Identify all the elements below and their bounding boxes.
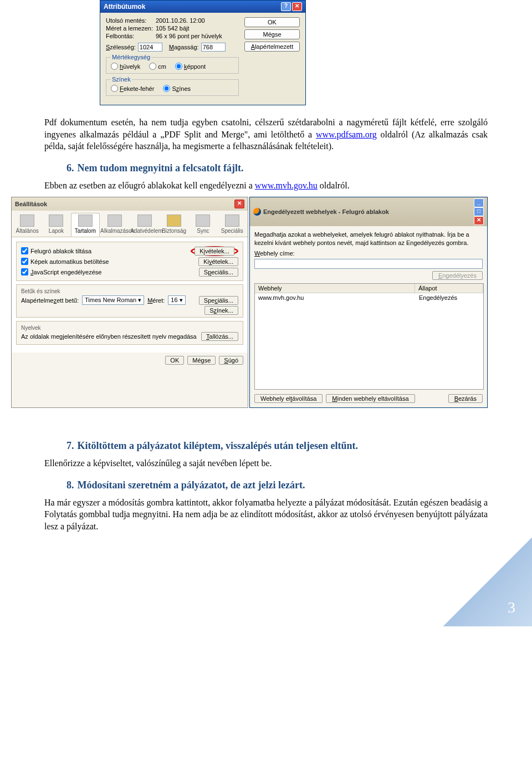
radio-inch[interactable]: hüvelyk <box>111 63 140 70</box>
unit-legend: Mértékegység <box>111 54 151 60</box>
help-icon[interactable]: ? <box>281 2 291 11</box>
size-value: 105 542 bájt <box>156 25 239 32</box>
chk-javascript[interactable]: JavaScript engedélyezése <box>21 268 101 275</box>
address-input[interactable] <box>254 259 483 269</box>
remove-site-button[interactable]: Webhely eltávolítása <box>254 394 323 403</box>
radio-cm[interactable]: cm <box>149 63 166 70</box>
attributes-titlebar: Attribútumok ? ✕ <box>100 1 305 13</box>
unit-group: Mértékegység hüvelyk cm képpont <box>106 54 239 74</box>
sites-table: Webhely Állapot www.mvh.gov.hu Engedélye… <box>254 283 484 390</box>
highlight-oval: Kivételek... <box>191 246 238 256</box>
color-legend: Színek <box>111 76 132 83</box>
paragraph-h8: Ha már egyszer a módosítás gombra kattin… <box>44 497 488 533</box>
last-save-label: Utolsó mentés: <box>106 17 156 24</box>
tab-privacy[interactable]: Adatvédelem <box>130 213 160 237</box>
radio-bw[interactable]: Fekete-fehér <box>111 85 154 92</box>
tab-apps[interactable]: Alkalmazások <box>100 213 130 237</box>
chk-images[interactable]: Képek automatikus betöltése <box>21 258 109 265</box>
heading-8: 8.Módosítani szeretném a pályázatot, de … <box>66 479 488 491</box>
chk-popup-block[interactable]: Felugró ablakok tiltása <box>21 247 91 254</box>
color-group: Színek Fekete-fehér Színes <box>106 76 239 96</box>
settings-titlebar: Beállítások ✕ <box>12 197 248 211</box>
font-size-select[interactable]: 16 ▾ <box>168 295 185 305</box>
row-site: www.mvh.gov.hu <box>255 293 416 302</box>
settings-close-icon[interactable]: ✕ <box>234 200 244 208</box>
maximize-icon[interactable]: □ <box>474 207 484 216</box>
attributes-title: Attribútumok <box>104 3 145 11</box>
address-label: Webhely címe: <box>254 250 483 257</box>
settings-toolbar: Általános Lapok Tartalom Alkalmazások Ad… <box>12 211 248 237</box>
radio-pixel[interactable]: képpont <box>175 63 206 70</box>
pdfsam-link[interactable]: www.pdfsam.org <box>316 130 377 139</box>
firefox-icon <box>253 208 261 216</box>
page-corner-decoration <box>443 538 532 626</box>
height-label: Magasság: <box>169 44 199 50</box>
colors-button[interactable]: Színek... <box>204 306 238 315</box>
height-input[interactable] <box>201 43 226 52</box>
special-button-1[interactable]: Speciális... <box>199 268 238 277</box>
settings-cancel-button[interactable]: Mégse <box>187 356 216 365</box>
allow-button[interactable]: Engedélyezés <box>432 271 483 280</box>
allowed-sites-title: Engedélyezett webhelyek - Felugró ablako… <box>263 208 389 215</box>
browse-button[interactable]: Tallózás... <box>201 332 238 341</box>
th-status[interactable]: Állapot <box>415 284 483 293</box>
tab-security[interactable]: Biztonság <box>160 213 188 237</box>
heading-7: 7.Kitöltöttem a pályázatot kiléptem, vis… <box>66 440 488 452</box>
lang-desc: Az oldalak megjelenítésére előnyben rész… <box>21 333 197 340</box>
tab-general[interactable]: Általános <box>13 213 42 237</box>
allowed-sites-dialog: Engedélyezett webhelyek - Felugró ablako… <box>249 197 488 408</box>
last-save-value: 2001.10.26. 12:00 <box>156 17 239 24</box>
table-row[interactable]: www.mvh.gov.hu Engedélyezés <box>255 293 483 302</box>
paragraph-pdf: Pdf dokumentum esetén, ha nem tudja egyb… <box>44 116 488 152</box>
width-label: Szélesség: <box>106 44 136 50</box>
fonts-section-title: Betűk és színek <box>21 288 238 294</box>
exceptions-button-1[interactable]: Kivételek... <box>195 247 234 256</box>
resolution-label: Felbontás: <box>106 33 156 39</box>
popup-description: Megadhatja azokat a webhelyeket, amelyek… <box>254 231 483 247</box>
tab-content[interactable]: Tartalom <box>71 213 100 237</box>
font-select[interactable]: Times New Roman ▾ <box>82 295 144 305</box>
heading-6: 6.Nem tudom megnyitni a felcsatolt fájlt… <box>66 162 488 174</box>
settings-ok-button[interactable]: OK <box>165 356 184 365</box>
page-number: 3 <box>508 599 515 616</box>
settings-dialog: Beállítások ✕ Általános Lapok Tartalom A… <box>11 197 248 408</box>
close-button[interactable]: Bezárás <box>448 394 483 403</box>
tab-tabs[interactable]: Lapok <box>42 213 70 237</box>
popup-close-icon[interactable]: ✕ <box>474 216 484 225</box>
ok-button[interactable]: OK <box>244 17 300 27</box>
remove-all-button[interactable]: Minden webhely eltávolítása <box>326 394 415 403</box>
attributes-dialog: Attribútumok ? ✕ Utolsó mentés: 2001.10.… <box>100 0 306 105</box>
exceptions-button-2[interactable]: Kivételek... <box>198 257 238 266</box>
minimize-icon[interactable]: _ <box>474 198 484 207</box>
special-button-2[interactable]: Speciális... <box>199 296 238 305</box>
allowed-sites-titlebar: Engedélyezett webhelyek - Felugró ablako… <box>250 197 487 226</box>
tab-special[interactable]: Speciális <box>218 213 247 237</box>
paragraph-h7: Ellenőrizze a képviseltet, valószínűleg … <box>44 457 488 469</box>
mvh-link[interactable]: www.mvh.gov.hu <box>255 181 318 190</box>
th-site[interactable]: Webhely <box>255 284 415 293</box>
default-button[interactable]: Alapértelmezett <box>244 42 300 52</box>
close-icon[interactable]: ✕ <box>292 2 302 11</box>
font-label: Alapértelmezett betű: <box>21 297 79 304</box>
font-size-label: Méret: <box>147 297 165 304</box>
paragraph-h6: Ebben az esetben az előugró ablakokat ke… <box>44 180 488 192</box>
size-label: Méret a lemezen: <box>106 25 156 32</box>
row-status: Engedélyezés <box>416 293 483 302</box>
width-input[interactable] <box>138 43 162 52</box>
settings-help-button[interactable]: Súgó <box>219 356 243 365</box>
radio-color[interactable]: Színes <box>163 85 191 92</box>
lang-section-title: Nyelvek <box>21 325 238 331</box>
resolution-value: 96 x 96 pont per hüvelyk <box>156 33 239 39</box>
tab-sync[interactable]: Sync <box>188 213 217 237</box>
settings-title: Beállítások <box>15 201 47 207</box>
cancel-button[interactable]: Mégse <box>244 29 300 39</box>
